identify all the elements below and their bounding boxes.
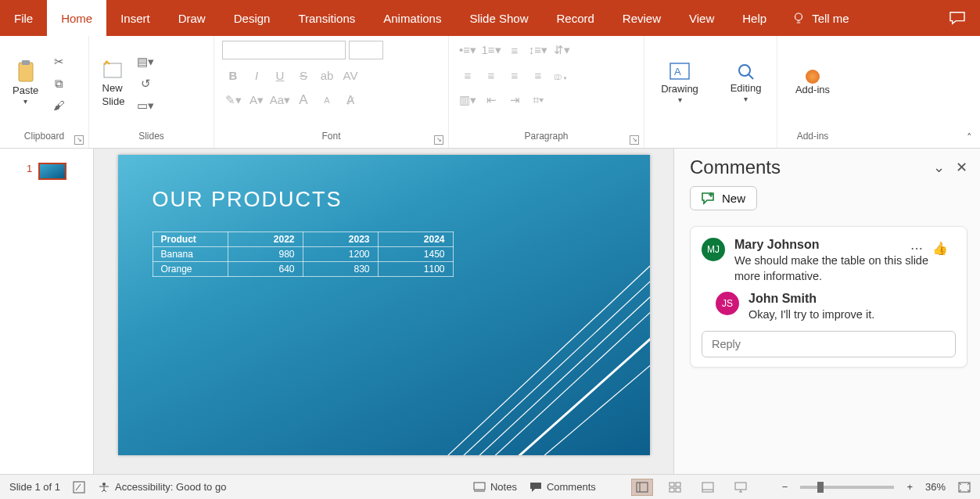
comment-like-button[interactable]: 👍	[932, 241, 948, 256]
drawing-button[interactable]: A Drawing ▾	[656, 59, 703, 107]
tab-home[interactable]: Home	[47, 0, 106, 36]
zoom-level[interactable]: 36%	[925, 481, 946, 493]
font-size-combo[interactable]	[349, 41, 383, 59]
notes-button[interactable]: Notes	[473, 481, 517, 493]
paragraph-launcher[interactable]: ↘	[630, 135, 639, 145]
tab-insert[interactable]: Insert	[106, 0, 164, 36]
clear-format-button[interactable]: A̷	[339, 91, 361, 109]
inc-indent-button[interactable]: ⇥	[504, 91, 526, 109]
avatar: MJ	[702, 238, 725, 261]
addins-button[interactable]: Add-ins	[791, 68, 835, 98]
tab-draw[interactable]: Draw	[164, 0, 220, 36]
comment-more-button[interactable]: ⋯	[910, 241, 923, 256]
cell: Orange	[153, 262, 228, 277]
char-spacing-button[interactable]: AV	[339, 66, 361, 84]
dec-indent-button[interactable]: ⇤	[480, 91, 502, 109]
view-reading-button[interactable]	[698, 479, 718, 495]
cell: Banana	[153, 247, 228, 262]
accessibility-button[interactable]: Accessibility: Good to go	[98, 481, 226, 494]
ribbon-label-slides: Slides	[89, 131, 214, 148]
cut-button[interactable]: ✂	[48, 52, 70, 71]
section-button[interactable]: ▭▾	[135, 96, 156, 115]
ribbon-group-paragraph: •≡▾ 1≡▾ ≡ ↕≡▾ ⇵▾ ≡ ≡ ≡ ≡ ⎄▾ ▥▾ ⇤ ⇥ ⌗▾ Pa…	[449, 36, 644, 148]
paste-button[interactable]: Paste ▾	[8, 58, 43, 109]
bold-button[interactable]: B	[222, 66, 244, 84]
shadow-button[interactable]: ab	[316, 66, 338, 84]
numbering-button[interactable]: 1≡▾	[480, 41, 502, 59]
slide-title[interactable]: OUR PRODUCTS	[153, 188, 343, 212]
editing-button[interactable]: Editing ▾	[726, 60, 766, 106]
chevron-down-icon: ▾	[678, 95, 682, 106]
align-text-button[interactable]: ⎄▾	[551, 66, 573, 84]
strike-button[interactable]: S	[293, 66, 314, 84]
font-color-button[interactable]: A▾	[246, 91, 267, 109]
tab-help[interactable]: Help	[728, 0, 781, 36]
slide-thumbnail-1[interactable]	[38, 163, 66, 180]
text-direction-button[interactable]: ⇵▾	[551, 41, 573, 59]
tab-file[interactable]: File	[0, 0, 47, 36]
th-2022: 2022	[228, 232, 303, 247]
collapse-ribbon-button[interactable]: ˄	[967, 131, 972, 143]
svg-rect-13	[74, 482, 84, 493]
titlebar-comment-icon[interactable]	[949, 11, 966, 25]
drawing-label: Drawing	[661, 83, 698, 95]
tab-animations[interactable]: Animations	[369, 0, 455, 36]
new-slide-button[interactable]: New Slide	[97, 57, 130, 109]
copy-button[interactable]: ⧉	[48, 74, 70, 93]
tab-transitions[interactable]: Transitions	[284, 0, 369, 36]
line-spacing-button[interactable]: ↕≡▾	[527, 41, 549, 59]
th-2023: 2023	[303, 232, 378, 247]
columns-button[interactable]: ▥▾	[457, 91, 479, 109]
format-painter-button[interactable]: 🖌	[48, 96, 70, 115]
cell: 1200	[303, 247, 378, 262]
paste-label: Paste	[13, 84, 38, 97]
comments-toggle-button[interactable]: Comments	[529, 481, 596, 493]
indent-button[interactable]: ≡	[504, 41, 526, 59]
comments-collapse-button[interactable]: ⌄	[933, 159, 945, 176]
fit-window-button[interactable]	[958, 482, 971, 493]
svg-rect-1	[19, 63, 33, 81]
new-comment-icon	[702, 192, 716, 205]
zoom-out-button[interactable]: −	[782, 481, 788, 493]
ribbon: Paste ▾ ✂ ⧉ 🖌 Clipboard ↘ New Slide ▤▾ ↺	[0, 36, 980, 149]
chevron-down-icon: ▾	[23, 97, 27, 107]
svg-rect-19	[669, 483, 674, 486]
view-sorter-button[interactable]	[665, 479, 685, 495]
reset-button[interactable]: ↺	[135, 74, 156, 93]
reply-input[interactable]: Reply	[702, 331, 956, 357]
align-center-button[interactable]: ≡	[480, 66, 502, 84]
align-left-button[interactable]: ≡	[457, 66, 479, 84]
decorative-lines	[392, 244, 650, 455]
underline-button[interactable]: U	[269, 66, 291, 84]
view-normal-button[interactable]	[632, 479, 652, 495]
layout-button[interactable]: ▤▾	[135, 52, 156, 71]
tab-view[interactable]: View	[675, 0, 728, 36]
svg-rect-20	[676, 483, 680, 486]
zoom-in-button[interactable]: +	[906, 481, 913, 493]
zoom-slider[interactable]	[800, 486, 894, 489]
clipboard-launcher[interactable]: ↘	[74, 135, 84, 145]
comments-close-button[interactable]: ✕	[956, 159, 967, 176]
tab-record[interactable]: Record	[542, 0, 608, 36]
slide[interactable]: OUR PRODUCTS Product 2022 2023 2024 Bana…	[118, 155, 650, 455]
svg-rect-15	[474, 483, 485, 490]
font-name-combo[interactable]	[222, 41, 346, 59]
italic-button[interactable]: I	[246, 66, 267, 84]
bullets-button[interactable]: •≡▾	[457, 41, 479, 59]
justify-button[interactable]: ≡	[527, 66, 549, 84]
smartart-button[interactable]: ⌗▾	[527, 91, 549, 109]
highlight-button[interactable]: ✎▾	[222, 91, 244, 109]
tab-design[interactable]: Design	[220, 0, 285, 36]
tab-slideshow[interactable]: Slide Show	[455, 0, 542, 36]
spellcheck-button[interactable]	[73, 481, 85, 494]
view-slideshow-button[interactable]	[731, 479, 751, 495]
change-case-button[interactable]: Aa▾	[269, 91, 291, 109]
tell-me[interactable]: Tell me	[781, 0, 860, 36]
grow-font-button[interactable]: A	[293, 91, 314, 109]
svg-point-0	[795, 13, 802, 20]
new-comment-button[interactable]: New	[690, 186, 757, 210]
shrink-font-button[interactable]: A	[316, 91, 338, 109]
align-right-button[interactable]: ≡	[504, 66, 526, 84]
tab-review[interactable]: Review	[608, 0, 675, 36]
font-launcher[interactable]: ↘	[434, 135, 443, 145]
